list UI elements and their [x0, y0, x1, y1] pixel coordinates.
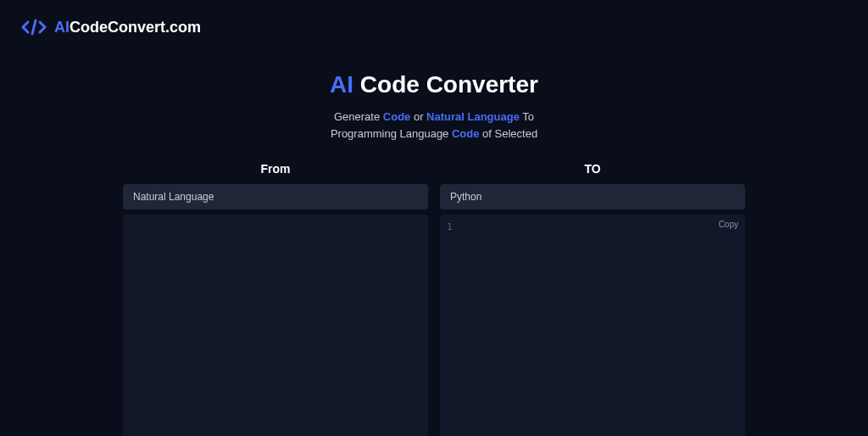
from-language-select[interactable]: Natural Language — [123, 184, 428, 210]
header: AICodeConvert.com — [0, 0, 868, 54]
page-subtitle: Generate Code or Natural Language To Pro… — [0, 109, 868, 142]
converter-container: From Natural Language TO Python 1 Copy — [0, 162, 868, 436]
hero-section: AI Code Converter Generate Code or Natur… — [0, 71, 868, 142]
subtitle-code2-highlight: Code — [452, 127, 480, 140]
logo-ai-prefix: AI — [54, 19, 70, 36]
subtitle-line-2: Programming Language Code of Selected — [0, 126, 868, 143]
subtitle-line-1: Generate Code or Natural Language To — [0, 109, 868, 126]
from-label: From — [123, 162, 428, 176]
logo-text[interactable]: AICodeConvert.com — [54, 19, 201, 36]
to-code-area[interactable]: 1 Copy — [440, 215, 745, 436]
line-number: 1 — [447, 221, 453, 232]
title-ai-highlight: AI — [330, 71, 353, 98]
logo-domain: CodeConvert.com — [70, 19, 201, 36]
subtitle-code-highlight: Code — [383, 110, 411, 123]
subtitle-nl-highlight: Natural Language — [426, 110, 520, 123]
title-rest: Code Converter — [353, 71, 538, 98]
logo-code-icon — [20, 17, 47, 37]
to-language-select[interactable]: Python — [440, 184, 745, 210]
from-column: From Natural Language — [123, 162, 428, 436]
from-input-area[interactable] — [123, 215, 428, 436]
to-label: TO — [440, 162, 745, 176]
copy-button[interactable]: Copy — [719, 220, 738, 229]
to-code-wrapper: 1 Copy — [440, 215, 745, 436]
page-title: AI Code Converter — [0, 71, 868, 98]
to-column: TO Python 1 Copy — [440, 162, 745, 436]
